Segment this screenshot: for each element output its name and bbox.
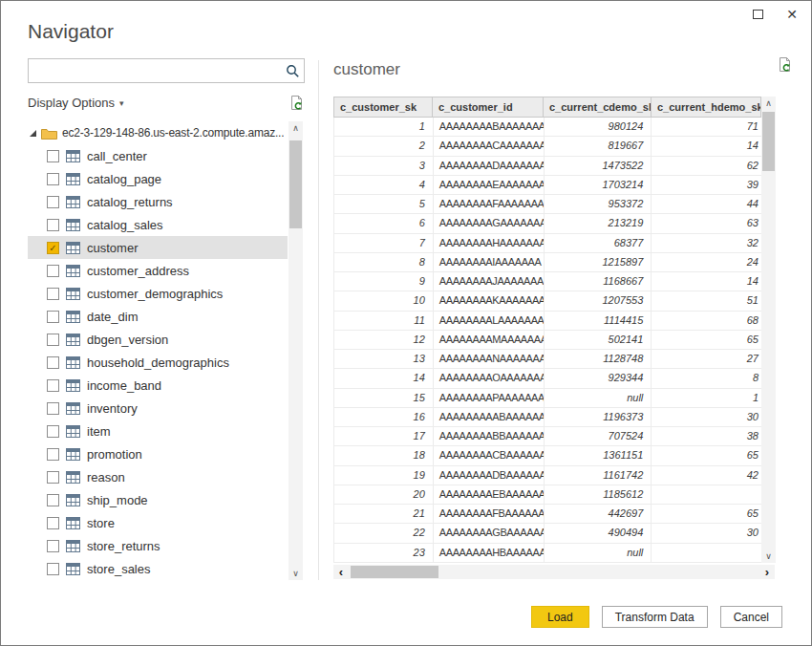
checkbox-catalog_page[interactable] [47,173,59,185]
table-icon [66,517,80,529]
tree-item-store_sales[interactable]: store_sales [28,557,288,580]
table-icon [66,540,80,552]
tree-item-date_dim[interactable]: date_dim [28,305,288,328]
checkbox-promotion[interactable] [47,448,59,461]
checkbox-customer_demographics[interactable] [47,288,59,300]
table-row: 18AAAAAAAACBAAAAAA136115165 [334,446,761,465]
tree-item-store_returns[interactable]: store_returns [28,534,288,557]
preview-title: customer [333,60,400,79]
display-options-dropdown[interactable]: Display Options ▾ [28,96,124,110]
tree-item-catalog_returns[interactable]: catalog_returns [28,190,288,213]
cell: AAAAAAAAHBAAAAAA [434,544,545,562]
maximize-button[interactable] [750,7,765,22]
cell: AAAAAAAAJAAAAAAA [434,272,545,291]
tree-item-catalog_sales[interactable]: catalog_sales [28,213,288,236]
tree-item-customer[interactable]: ✓customer [28,236,288,259]
preview-hscrollbar-thumb[interactable] [351,566,438,578]
table-icon [66,448,80,461]
window-controls: ✕ [750,7,800,22]
cell: 4 [334,176,434,194]
cell: 11 [334,312,434,330]
cell: 14 [334,369,434,387]
scroll-up-icon[interactable]: ∧ [761,97,776,110]
table-row: 1AAAAAAAABAAAAAAA98012471 [334,118,761,137]
scroll-right-icon[interactable]: › [759,565,775,579]
refresh-preview-icon[interactable] [777,56,793,73]
cancel-button[interactable]: Cancel [720,606,782,628]
search-input[interactable] [29,60,281,81]
checkbox-customer[interactable]: ✓ [47,242,59,254]
cell: 3 [334,157,434,175]
cell: 490494 [545,524,652,542]
checkbox-customer_address[interactable] [47,265,59,277]
table-row: 8AAAAAAAAIAAAAAAA121589724 [334,253,761,272]
column-header-c_customer_sk[interactable]: c_customer_sk [333,97,433,118]
tree-item-customer_demographics[interactable]: customer_demographics [28,282,288,305]
footer-buttons: Load Transform Data Cancel [531,606,782,628]
checkbox-store[interactable] [47,517,59,529]
tree-item-label: store_sales [87,562,150,576]
tree-item-store[interactable]: store [28,511,288,534]
transform-data-button[interactable]: Transform Data [602,606,708,628]
scroll-down-icon[interactable]: ∨ [761,549,776,563]
checkbox-date_dim[interactable] [47,311,59,323]
tree-item-household_demographics[interactable]: household_demographics [28,351,288,374]
checkbox-call_center[interactable] [47,150,59,162]
checkbox-reason[interactable] [47,471,59,484]
preview-horizontal-scrollbar[interactable]: ‹ › [333,565,775,579]
tree-root[interactable]: ec2-3-129-148-86.us-east-2.compute.amaz.… [28,121,288,144]
table-icon [66,334,80,346]
checkbox-catalog_sales[interactable] [47,219,59,231]
expand-arrow-icon[interactable] [30,130,36,137]
close-button[interactable]: ✕ [784,7,800,22]
checkbox-store_returns[interactable] [47,540,59,552]
preview-vertical-scrollbar[interactable]: ∧ ∨ [761,97,776,563]
tree-item-customer_address[interactable]: customer_address [28,259,288,282]
tree-item-ship_mode[interactable]: ship_mode [28,488,288,511]
refresh-icon[interactable] [288,95,305,111]
tree-item-dbgen_version[interactable]: dbgen_version [28,328,288,351]
tree-item-inventory[interactable]: inventory [28,397,288,420]
table-icon [66,265,80,277]
column-header-c_current_hdemo_sk[interactable]: c_current_hdemo_sk [652,97,761,118]
cell: 7 [334,234,434,252]
table-row: 13AAAAAAAANAAAAAAA112874827 [334,350,761,369]
tree-item-item[interactable]: item [28,420,288,442]
cell: 1215897 [545,253,652,271]
tree-item-promotion[interactable]: promotion [28,442,288,465]
tree-item-catalog_page[interactable]: catalog_page [28,167,288,190]
checkbox-dbgen_version[interactable] [47,334,59,346]
preview-scrollbar-thumb[interactable] [762,112,775,171]
table-icon [66,379,80,392]
search-icon[interactable] [281,64,304,78]
checkbox-inventory[interactable] [47,402,59,415]
navigation-tree: ec2-3-129-148-86.us-east-2.compute.amaz.… [28,121,288,580]
chevron-down-icon: ▾ [119,98,124,108]
checkbox-household_demographics[interactable] [47,356,59,369]
tree-scrollbar[interactable]: ∧ ∨ [288,121,303,580]
close-icon: ✕ [786,8,798,21]
checkbox-item[interactable] [47,425,59,438]
table-icon [66,311,80,323]
tree-item-label: catalog_sales [87,218,163,232]
checkbox-income_band[interactable] [47,379,59,392]
column-header-c_current_cdemo_sk[interactable]: c_current_cdemo_sk [544,97,652,118]
tree-item-call_center[interactable]: call_center [28,144,288,167]
cell: 929344 [545,369,652,387]
scroll-up-icon[interactable]: ∧ [288,121,303,135]
checkbox-catalog_returns[interactable] [47,196,59,208]
load-button[interactable]: Load [531,606,589,628]
scroll-left-icon[interactable]: ‹ [333,565,349,579]
cell: AAAAAAAAFBAAAAAA [434,505,545,523]
tree-item-label: store_returns [87,539,160,553]
checkbox-store_sales[interactable] [47,563,59,575]
table-row: 20AAAAAAAAEBAAAAAA1185612 [334,485,761,505]
tree-item-income_band[interactable]: income_band [28,374,288,397]
cell: 22 [334,524,434,542]
checkbox-ship_mode[interactable] [47,494,59,506]
column-header-c_customer_id[interactable]: c_customer_id [433,97,544,118]
tree-scrollbar-thumb[interactable] [289,140,302,228]
tree-item-reason[interactable]: reason [28,465,288,488]
scroll-down-icon[interactable]: ∨ [288,567,303,580]
cell: 1 [652,389,761,407]
